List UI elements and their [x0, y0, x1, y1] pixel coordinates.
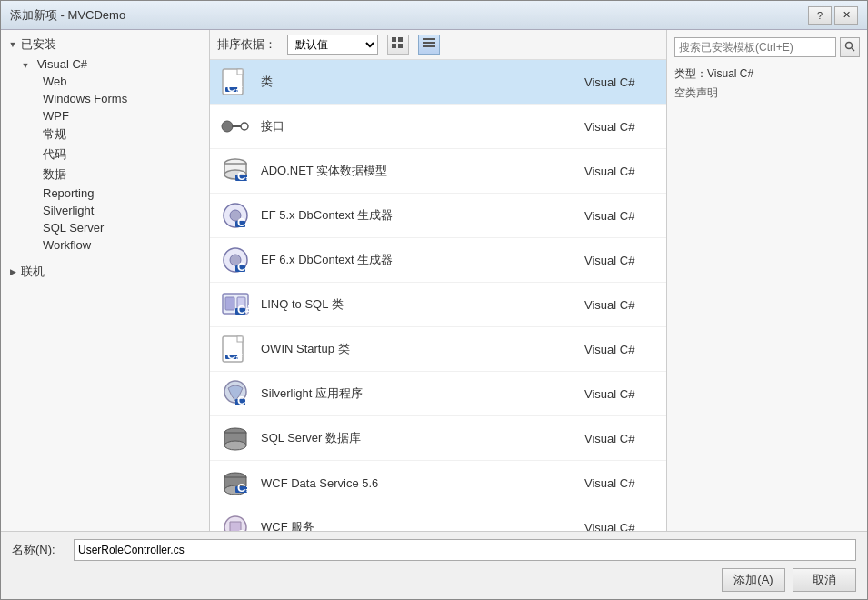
- ef5-icon: C#: [219, 199, 252, 232]
- grid-view-button[interactable]: [387, 35, 409, 55]
- interface-icon: [219, 110, 252, 143]
- tree-item-silverlight[interactable]: Silverlight: [1, 202, 209, 219]
- svg-point-11: [222, 121, 233, 132]
- installed-section-header[interactable]: ▼ 已安装: [1, 34, 209, 55]
- svg-text:C#: C#: [237, 527, 250, 531]
- svg-line-54: [852, 48, 854, 51]
- tree-item-reporting[interactable]: Reporting: [1, 185, 209, 202]
- template-name-owin: OWIN Startup 类: [261, 341, 584, 357]
- tree-item-wpf[interactable]: WPF: [1, 107, 209, 125]
- template-type-class: Visual C#: [584, 75, 657, 89]
- list-view-button[interactable]: [418, 35, 440, 55]
- svg-point-53: [846, 42, 853, 48]
- svg-text:C#: C#: [237, 303, 250, 316]
- tree-item-shuju[interactable]: 数据: [1, 165, 209, 185]
- svg-rect-2: [392, 44, 396, 48]
- toolbar: 排序依据： 默认值 名称 类型: [210, 30, 666, 60]
- svg-point-41: [224, 441, 246, 450]
- template-item-ef5[interactable]: C# EF 5.x DbContext 生成器 Visual C#: [210, 194, 666, 238]
- tree-item-visual-csharp[interactable]: ▼ Visual C#: [1, 55, 209, 73]
- svg-text:C#: C#: [227, 348, 243, 362]
- dialog-title: 添加新项 - MVCDemo: [10, 7, 125, 24]
- tree-item-daima[interactable]: 代码: [1, 145, 209, 165]
- remote-section-header[interactable]: ▶ 联机: [1, 261, 209, 283]
- owin-icon: C#: [219, 333, 252, 365]
- svg-rect-0: [392, 37, 396, 42]
- svg-rect-28: [225, 297, 234, 310]
- add-button[interactable]: 添加(A): [722, 568, 785, 592]
- name-input[interactable]: [74, 539, 856, 561]
- template-item-silverlight[interactable]: C# Silverlight 应用程序 Visual C#: [210, 372, 666, 416]
- tree-item-web[interactable]: Web: [1, 73, 209, 90]
- sort-label: 排序依据：: [217, 36, 276, 53]
- left-panel: ▼ 已安装 ▼ Visual C# Web Windows Forms WPF …: [1, 30, 210, 531]
- wcf2-icon: C#: [219, 511, 252, 531]
- search-button[interactable]: [840, 37, 860, 57]
- svg-rect-8: [237, 69, 243, 75]
- svg-text:C#: C#: [237, 169, 250, 183]
- template-name-interface: 接口: [261, 118, 584, 135]
- template-type-linq: Visual C#: [584, 298, 657, 312]
- svg-rect-33: [237, 336, 243, 342]
- svg-rect-4: [423, 38, 435, 40]
- help-button[interactable]: ?: [808, 6, 832, 25]
- template-type-ef6: Visual C#: [584, 254, 657, 267]
- templates-list: C# 类 Visual C# 接口: [210, 60, 666, 531]
- template-name-silverlight: Silverlight 应用程序: [261, 385, 584, 402]
- silverlight-icon: C#: [219, 377, 252, 410]
- template-name-ef5: EF 5.x DbContext 生成器: [261, 207, 584, 224]
- template-name-wcf: WCF Data Service 5.6: [261, 476, 584, 490]
- tree-item-windows-forms[interactable]: Windows Forms: [1, 90, 209, 107]
- template-name-class: 类: [261, 74, 584, 90]
- svg-rect-1: [398, 37, 403, 42]
- sqlserver-icon: [219, 422, 252, 455]
- template-type-wcf: Visual C#: [584, 476, 657, 490]
- wcf-icon: C#: [219, 466, 252, 499]
- svg-text:C#: C#: [237, 260, 250, 274]
- template-type-owin: Visual C#: [584, 343, 657, 356]
- list-icon: [423, 37, 435, 53]
- template-item-ado[interactable]: C# ADO.NET 实体数据模型 Visual C#: [210, 149, 666, 194]
- bottom-section: 名称(N): 添加(A) 取消: [1, 531, 867, 599]
- template-item-wcf[interactable]: C# WCF Data Service 5.6 Visual C#: [210, 461, 666, 505]
- title-bar: 添加新项 - MVCDemo ? ✕: [1, 1, 867, 30]
- template-item-linq[interactable]: C# LINQ to SQL 类 Visual C#: [210, 283, 666, 327]
- svg-text:C#: C#: [237, 481, 250, 495]
- template-item-sqlserver[interactable]: SQL Server 数据库 Visual C#: [210, 416, 666, 461]
- template-type-ado: Visual C#: [584, 165, 657, 178]
- csharp-triangle: ▼: [21, 61, 30, 70]
- template-item-class[interactable]: C# 类 Visual C#: [210, 60, 666, 105]
- template-item-wcf2[interactable]: C# WCF 服务 Visual C#: [210, 505, 666, 531]
- name-label: 名称(N):: [12, 542, 66, 558]
- ef6-icon: C#: [219, 244, 252, 276]
- button-row: 添加(A) 取消: [12, 568, 856, 592]
- remote-triangle: ▶: [8, 267, 17, 276]
- tree-item-changgui[interactable]: 常规: [1, 125, 209, 145]
- search-input[interactable]: [674, 37, 836, 57]
- close-button[interactable]: ✕: [834, 6, 858, 25]
- add-new-item-dialog: 添加新项 - MVCDemo ? ✕ ▼ 已安装 ▼ Visual C# Web…: [0, 0, 868, 600]
- svg-rect-3: [398, 44, 403, 48]
- template-item-owin[interactable]: C# OWIN Startup 类 Visual C#: [210, 327, 666, 372]
- remote-section: ▶ 联机: [1, 261, 209, 283]
- template-item-interface[interactable]: 接口 Visual C#: [210, 105, 666, 149]
- right-panel: 类型：Visual C# 空类声明: [667, 30, 867, 531]
- template-type-wcf2: Visual C#: [584, 521, 657, 532]
- type-label: 类型：Visual C#: [674, 66, 860, 82]
- description-label: 空类声明: [674, 85, 860, 101]
- name-row: 名称(N):: [12, 539, 856, 561]
- svg-rect-6: [423, 45, 435, 47]
- sort-select[interactable]: 默认值 名称 类型: [287, 35, 378, 55]
- ado-icon: C#: [219, 155, 252, 187]
- template-name-sqlserver: SQL Server 数据库: [261, 430, 584, 446]
- tree-item-sql-server[interactable]: SQL Server: [1, 219, 209, 236]
- svg-text:C#: C#: [237, 394, 250, 407]
- template-name-linq: LINQ to SQL 类: [261, 296, 584, 313]
- cancel-button[interactable]: 取消: [793, 568, 856, 592]
- search-icon: [844, 41, 855, 55]
- tree-item-workflow[interactable]: Workflow: [1, 236, 209, 254]
- csharp-label: Visual C#: [37, 57, 87, 71]
- grid-icon: [392, 37, 404, 53]
- template-type-silverlight: Visual C#: [584, 387, 657, 401]
- template-item-ef6[interactable]: C# EF 6.x DbContext 生成器 Visual C#: [210, 238, 666, 283]
